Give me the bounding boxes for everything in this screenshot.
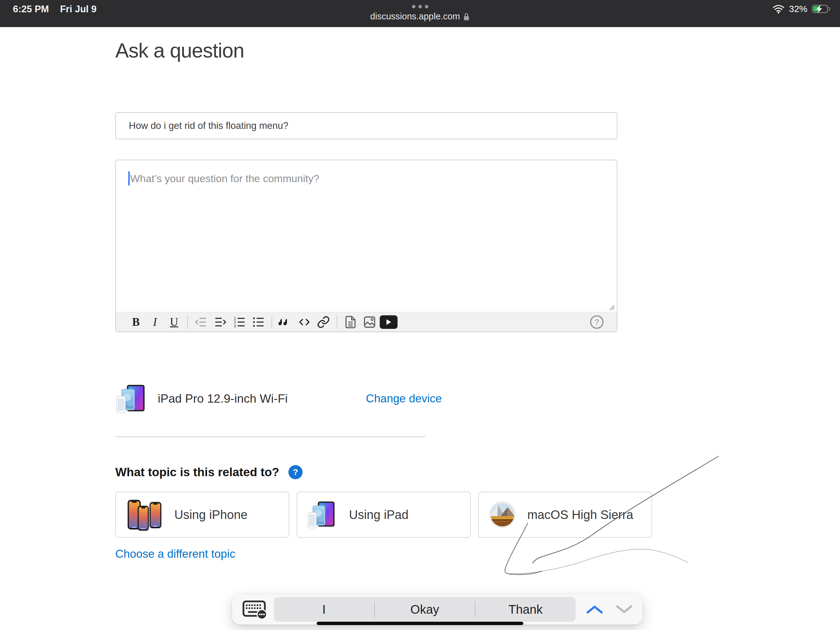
device-row: iPad Pro 12.9-inch Wi-Fi Change device [115,381,617,416]
underline-button[interactable]: U [164,313,183,331]
section-divider [115,436,425,437]
tab-dots-icon[interactable] [313,5,527,8]
safari-fullscreen-page: 6:25 PM Fri Jul 9 discussions.apple.com … [0,0,840,630]
topic-card-label: Using iPhone [174,508,248,522]
video-icon [380,315,398,329]
page-title: Ask a question [115,39,244,62]
address-area[interactable]: discussions.apple.com [313,0,527,22]
outdent-button[interactable] [191,313,211,331]
suggestion-3[interactable]: Thank [475,603,576,616]
question-title-input[interactable] [115,112,617,139]
question-body-editor[interactable]: What’s your question for the community? … [115,160,617,332]
code-button[interactable] [295,313,314,331]
topic-card-using-iphone[interactable]: Using iPhone [115,492,289,538]
attach-document-button[interactable] [341,313,360,331]
iphone-product-image [126,498,163,531]
bold-button[interactable]: B [126,313,145,331]
topic-heading-row: What topic is this related to? ? [115,465,303,479]
topic-help-button[interactable]: ? [288,465,303,479]
status-right: 32% [772,4,831,14]
toolbar-divider [272,316,272,329]
suggestion-1[interactable]: I [274,603,374,616]
link-icon [317,316,330,329]
device-name: iPad Pro 12.9-inch Wi-Fi [158,392,288,405]
status-left: 6:25 PM Fri Jul 9 [13,4,96,15]
topic-card-label: macOS High Sierra [527,508,633,522]
insert-image-button[interactable] [360,313,379,331]
ordered-list-icon: 1 2 3 [233,316,246,329]
topic-card-using-ipad[interactable]: Using iPad [297,492,471,538]
resize-handle-icon[interactable] [607,303,615,311]
indent-button[interactable] [211,313,230,331]
keyboard-icon [242,599,268,620]
field-navigation [586,605,633,614]
lock-icon [463,12,470,21]
minimized-keyboard-button[interactable] [240,599,270,620]
toolbar-divider [187,316,188,329]
code-icon [298,316,311,329]
bullet-list-button[interactable] [249,313,268,331]
formatting-toolbar: B I U 1 2 3 [116,312,617,332]
url-text[interactable]: discussions.apple.com [370,11,460,22]
ordered-list-button[interactable]: 1 2 3 [230,313,249,331]
editor-text-area[interactable]: What’s your question for the community? [116,160,617,312]
ipad-product-image [115,384,148,413]
chevron-up-icon [586,605,603,614]
choose-different-topic-link[interactable]: Choose a different topic [115,548,235,560]
blockquote-button[interactable] [276,313,295,331]
battery-charging-icon [812,4,831,14]
suggestion-2[interactable]: Okay [375,603,475,616]
editor-placeholder: What’s your question for the community? [130,173,319,184]
clock: 6:25 PM [13,4,49,15]
italic-button[interactable]: I [145,313,164,331]
blockquote-icon [279,315,292,329]
next-field-button[interactable] [616,605,633,614]
predictive-text-bar: I Okay Thank [274,597,576,622]
image-icon [363,315,376,329]
topic-card-label: Using iPad [349,508,408,522]
topic-heading: What topic is this related to? [115,465,279,479]
previous-field-button[interactable] [586,605,603,614]
text-cursor [128,171,130,185]
svg-text:3: 3 [234,324,236,328]
link-button[interactable] [314,313,333,331]
wifi-icon [772,4,785,14]
help-circle-icon: ? [589,315,604,329]
date: Fri Jul 9 [60,4,96,15]
topic-card-macos-high-sierra[interactable]: macOS High Sierra [478,492,652,538]
outdent-icon [195,316,208,329]
insert-video-button[interactable] [379,313,398,331]
indent-icon [214,316,227,329]
svg-text:?: ? [595,317,599,326]
topic-cards: Using iPhone [115,492,652,538]
chevron-down-icon [616,605,633,614]
status-bar: 6:25 PM Fri Jul 9 discussions.apple.com … [0,0,840,27]
editor-help-button[interactable]: ? [587,313,606,331]
change-device-link[interactable]: Change device [366,392,442,405]
macos-high-sierra-image [489,501,516,529]
ipad-product-image [307,500,338,529]
toolbar-divider [337,316,337,329]
keyboard-accessory-bar: I Okay Thank [232,594,643,624]
document-icon [344,315,357,329]
battery-percent: 32% [789,4,807,14]
home-indicator[interactable] [317,622,523,625]
bullet-list-icon [252,316,265,329]
